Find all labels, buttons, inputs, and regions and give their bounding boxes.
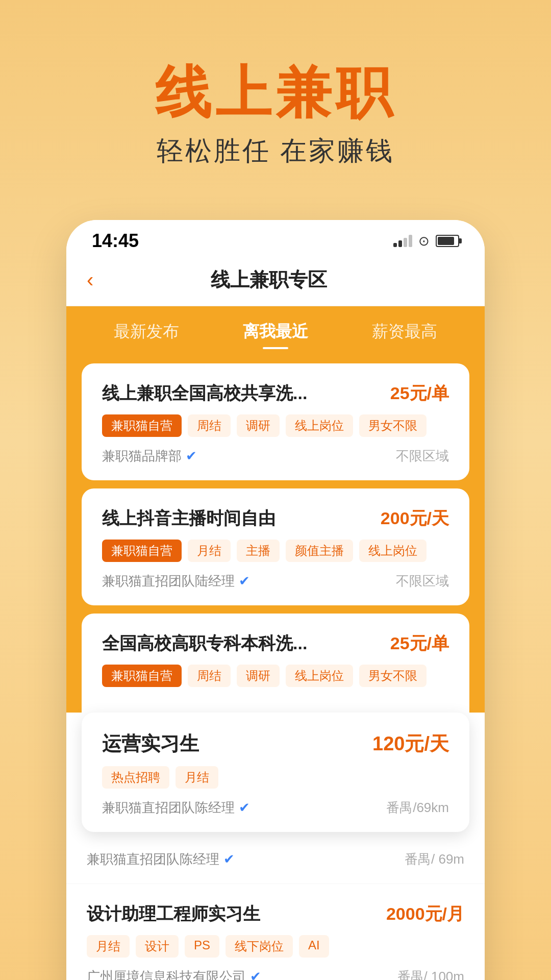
floating-footer: 兼职猫直招团队陈经理 ✔ 番禺/69km (102, 799, 449, 817)
job-footer-1: 兼职猫品牌部 ✔ 不限区域 (102, 447, 449, 465)
hero-section: 线上兼职 轻松胜任 在家赚钱 (0, 0, 551, 200)
job-salary-2: 200元/天 (381, 507, 449, 530)
lower-title-2: 设计助理工程师实习生 (87, 902, 376, 926)
tab-latest[interactable]: 最新发布 (82, 306, 211, 353)
lower-card-2[interactable]: 设计助理工程师实习生 2000元/月 月结 设计 PS 线下岗位 AI 广州厘境… (66, 884, 485, 980)
tag-ai: AI (299, 935, 329, 958)
nav-bar: ‹ 线上兼职专区 (66, 257, 485, 306)
lower-header-2: 设计助理工程师实习生 2000元/月 (87, 902, 464, 926)
tab-highest[interactable]: 薪资最高 (340, 306, 469, 353)
job-tags-1: 兼职猫自营 周结 调研 线上岗位 男女不限 (102, 414, 449, 437)
job-card-header-1: 线上兼职全国高校共享洗... 25元/单 (102, 382, 449, 405)
tag-light: 男女不限 (359, 414, 427, 437)
job-card-2[interactable]: 线上抖音主播时间自由 200元/天 兼职猫自营 月结 主播 颜值主播 线上岗位 … (82, 488, 469, 605)
verified-icon: ✔ (223, 851, 235, 867)
company-name-2: 兼职猫直招团队陆经理 ✔ (102, 572, 250, 590)
verified-icon: ✔ (186, 448, 197, 464)
lower-salary-2: 2000元/月 (386, 902, 464, 926)
job-location-2: 不限区域 (396, 572, 449, 590)
tag-light: 周结 (188, 665, 231, 687)
job-card-3[interactable]: 全国高校高职专科本科洗... 25元/单 兼职猫自营 周结 调研 线上岗位 男女… (82, 614, 469, 713)
status-time: 14:45 (92, 230, 139, 252)
job-footer-2: 兼职猫直招团队陆经理 ✔ 不限区域 (102, 572, 449, 590)
tag-light: 月结 (188, 540, 231, 562)
status-icons: ⊙ (393, 233, 459, 249)
tag-light: 主播 (237, 540, 280, 562)
job-location-1: 不限区域 (396, 447, 449, 465)
verified-icon: ✔ (239, 573, 250, 589)
floating-title: 运营实习生 (102, 731, 199, 757)
verified-icon: ✔ (250, 969, 261, 980)
tag-highlight: 兼职猫自营 (102, 414, 182, 437)
verified-icon: ✔ (239, 800, 250, 816)
lower-company-1: 兼职猫直招团队陈经理 ✔ (87, 850, 235, 868)
back-button[interactable]: ‹ (87, 268, 93, 291)
tab-nearest[interactable]: 离我最近 (211, 306, 340, 353)
lower-section: 兼职猫直招团队陈经理 ✔ 番禺/ 69m 设计助理工程师实习生 2000元/月 … (66, 832, 485, 980)
tag-light: 线上岗位 (286, 414, 353, 437)
floating-tags: 热点招聘 月结 (102, 766, 449, 789)
floating-salary: 120元/天 (372, 731, 449, 757)
floating-company: 兼职猫直招团队陈经理 ✔ (102, 799, 250, 817)
tag-light: 周结 (188, 414, 231, 437)
tag-hot: 热点招聘 (102, 766, 169, 789)
lower-location-1: 番禺/ 69m (405, 850, 464, 868)
status-bar: 14:45 ⊙ (66, 220, 485, 257)
battery-icon (436, 235, 459, 247)
hero-subtitle: 轻松胜任 在家赚钱 (41, 133, 510, 169)
job-salary-3: 25元/单 (390, 632, 449, 655)
tag-highlight: 兼职猫自营 (102, 665, 182, 687)
job-card-header-2: 线上抖音主播时间自由 200元/天 (102, 507, 449, 530)
floating-card[interactable]: 运营实习生 120元/天 热点招聘 月结 兼职猫直招团队陈经理 ✔ 番禺/69k… (82, 713, 469, 832)
tab-bar: 最新发布 离我最近 薪资最高 (66, 306, 485, 353)
job-tags-2: 兼职猫自营 月结 主播 颜值主播 线上岗位 (102, 540, 449, 562)
tag-light: 调研 (237, 414, 280, 437)
job-title-1: 线上兼职全国高校共享洗... (102, 382, 380, 405)
job-title-2: 线上抖音主播时间自由 (102, 507, 370, 530)
job-card-header-3: 全国高校高职专科本科洗... 25元/单 (102, 632, 449, 655)
tag-light: 调研 (237, 665, 280, 687)
tag-design: 设计 (136, 935, 179, 958)
floating-location: 番禺/69km (386, 799, 449, 817)
tag-light: 线上岗位 (359, 540, 427, 562)
lower-footer-2: 广州厘境信息科技有限公司 ✔ 番禺/ 100m (87, 968, 464, 980)
tag-ps: PS (185, 935, 219, 958)
job-card-1[interactable]: 线上兼职全国高校共享洗... 25元/单 兼职猫自营 周结 调研 线上岗位 男女… (82, 363, 469, 480)
floating-card-header: 运营实习生 120元/天 (102, 731, 449, 757)
lower-card-1[interactable]: 兼职猫直招团队陈经理 ✔ 番禺/ 69m (66, 832, 485, 884)
wifi-icon: ⊙ (418, 233, 430, 249)
tag-monthly: 月结 (176, 766, 218, 789)
job-tags-3: 兼职猫自营 周结 调研 线上岗位 男女不限 (102, 665, 449, 687)
tag-highlight: 兼职猫自营 (102, 540, 182, 562)
tag-light: 线上岗位 (286, 665, 353, 687)
phone-frame: 14:45 ⊙ ‹ 线上兼职专区 最新发布 离我最近 薪资最高 (66, 220, 485, 980)
tag-light: 男女不限 (359, 665, 427, 687)
job-title-3: 全国高校高职专科本科洗... (102, 632, 380, 655)
lower-location-2: 番禺/ 100m (397, 968, 465, 980)
signal-icon (393, 235, 412, 247)
tag-offline: 线下岗位 (226, 935, 293, 958)
job-list: 线上兼职全国高校共享洗... 25元/单 兼职猫自营 周结 调研 线上岗位 男女… (66, 353, 485, 713)
lower-company-2: 广州厘境信息科技有限公司 ✔ (87, 968, 261, 980)
tag-monthly: 月结 (87, 935, 130, 958)
tag-light: 颜值主播 (286, 540, 353, 562)
lower-tags-2: 月结 设计 PS 线下岗位 AI (87, 935, 464, 958)
lower-footer-1: 兼职猫直招团队陈经理 ✔ 番禺/ 69m (87, 850, 464, 868)
job-salary-1: 25元/单 (390, 382, 449, 405)
company-name-1: 兼职猫品牌部 ✔ (102, 447, 197, 465)
hero-title: 线上兼职 (41, 61, 510, 123)
nav-title: 线上兼职专区 (93, 267, 444, 293)
